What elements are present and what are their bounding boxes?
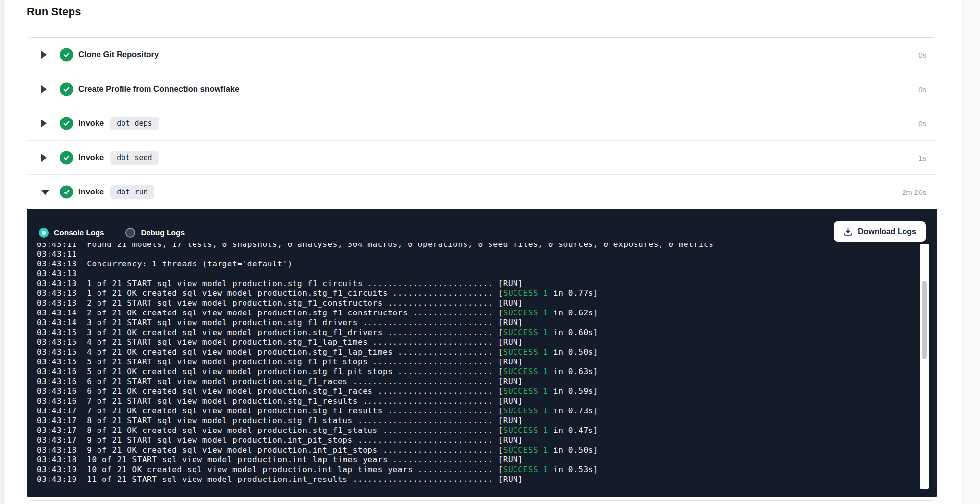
- run-steps-card: Clone Git Repository 0s Create Profile f…: [27, 37, 937, 501]
- step-label: Invoke: [78, 153, 104, 162]
- log-line: 03:43:15 4 of 21 OK created sql view mod…: [37, 347, 917, 357]
- log-panel: Console Logs Debug Logs Download Logs 03…: [27, 209, 937, 497]
- log-tabs: Console Logs Debug Logs: [39, 222, 185, 243]
- step-label: Clone Git Repository: [78, 50, 159, 59]
- download-icon: [843, 227, 853, 237]
- log-line: 03:43:19 10 of 21 OK created sql view mo…: [37, 465, 917, 475]
- step-row-clone-git-repository[interactable]: Clone Git Repository 0s: [27, 38, 937, 72]
- download-logs-button[interactable]: Download Logs: [834, 221, 926, 242]
- log-line: 03:43:14 2 of 21 OK created sql view mod…: [37, 308, 917, 318]
- page-title: Run Steps: [27, 5, 81, 18]
- tab-console-logs[interactable]: Console Logs: [39, 228, 104, 238]
- card-bottom-padding: [27, 497, 937, 501]
- caret-down-icon[interactable]: [41, 190, 49, 195]
- log-line: 03:43:11: [37, 249, 917, 259]
- command-chip: dbt deps: [110, 117, 158, 130]
- caret-right-icon[interactable]: [41, 85, 47, 93]
- step-label: Create Profile from Connection snowflake: [78, 84, 239, 94]
- command-chip: dbt run: [110, 185, 154, 199]
- radio-unselected-icon: [125, 228, 135, 238]
- step-duration: 0s: [918, 119, 926, 127]
- step-label: Invoke: [78, 119, 104, 128]
- log-lines: 03:43:11 Found 21 models, 17 tests, 0 sn…: [37, 243, 917, 484]
- log-line: 03:43:16 7 of 21 START sql view model pr…: [37, 396, 917, 406]
- log-line: 03:43:17 8 of 21 START sql view model pr…: [37, 416, 917, 426]
- step-row-invoke-dbt-seed[interactable]: Invoke dbt seed 1s: [27, 141, 937, 175]
- step-duration: 1s: [918, 153, 926, 162]
- check-circle-icon: [60, 48, 73, 61]
- log-line: 03:43:11 Found 21 models, 17 tests, 0 sn…: [37, 243, 917, 249]
- log-line: 03:43:18 10 of 21 START sql view model p…: [37, 455, 917, 465]
- step-row-invoke-dbt-run[interactable]: Invoke dbt run 2m 26s: [27, 175, 937, 209]
- step-duration: 2m 26s: [902, 188, 926, 196]
- log-line: 03:43:16 5 of 21 OK created sql view mod…: [37, 367, 917, 377]
- step-duration: 0s: [918, 85, 926, 93]
- log-line: 03:43:17 7 of 21 OK created sql view mod…: [37, 406, 917, 416]
- log-line: 03:43:15 4 of 21 START sql view model pr…: [37, 337, 917, 347]
- log-line: 03:43:18 9 of 21 OK created sql view mod…: [37, 445, 917, 455]
- log-line: 03:43:17 8 of 21 OK created sql view mod…: [37, 426, 917, 435]
- step-row-invoke-dbt-deps[interactable]: Invoke dbt deps 0s: [27, 106, 937, 141]
- log-line: 03:43:13 1 of 21 START sql view model pr…: [37, 279, 917, 288]
- console-log-output[interactable]: 03:43:11 Found 21 models, 17 tests, 0 sn…: [37, 243, 917, 492]
- log-line: 03:43:15 3 of 21 OK created sql view mod…: [37, 328, 917, 337]
- step-row-create-profile[interactable]: Create Profile from Connection snowflake…: [27, 72, 937, 106]
- caret-right-icon[interactable]: [41, 154, 47, 162]
- caret-right-icon[interactable]: [41, 120, 47, 127]
- check-circle-icon: [60, 151, 73, 164]
- log-line: 03:43:15 5 of 21 START sql view model pr…: [37, 357, 917, 367]
- log-line: 03:43:13 1 of 21 OK created sql view mod…: [37, 288, 917, 298]
- page-left-gutter: [0, 0, 4, 504]
- step-duration: 0s: [918, 50, 926, 59]
- caret-right-icon[interactable]: [41, 51, 47, 59]
- log-scrollbar-track[interactable]: [920, 244, 929, 489]
- log-scrollbar-thumb[interactable]: [922, 281, 927, 359]
- check-circle-icon: [60, 185, 73, 198]
- log-line: 03:43:13 Concurrency: 1 threads (target=…: [37, 259, 917, 269]
- log-line: 03:43:16 6 of 21 START sql view model pr…: [37, 377, 917, 386]
- check-circle-icon: [60, 117, 73, 130]
- radio-selected-icon: [39, 228, 49, 238]
- check-circle-icon: [60, 82, 73, 96]
- log-line: 03:43:19 11 of 21 START sql view model p…: [37, 475, 917, 484]
- step-label: Invoke: [78, 187, 104, 196]
- log-line: 03:43:13 2 of 21 START sql view model pr…: [37, 298, 917, 308]
- log-line: 03:43:16 6 of 21 OK created sql view mod…: [37, 386, 917, 396]
- command-chip: dbt seed: [110, 151, 158, 165]
- page-right-gutter: [962, 0, 980, 504]
- log-line: 03:43:17 9 of 21 START sql view model pr…: [37, 435, 917, 445]
- tab-debug-logs[interactable]: Debug Logs: [125, 228, 185, 238]
- log-line: 03:43:13: [37, 269, 917, 279]
- log-line: 03:43:14 3 of 21 START sql view model pr…: [37, 318, 917, 328]
